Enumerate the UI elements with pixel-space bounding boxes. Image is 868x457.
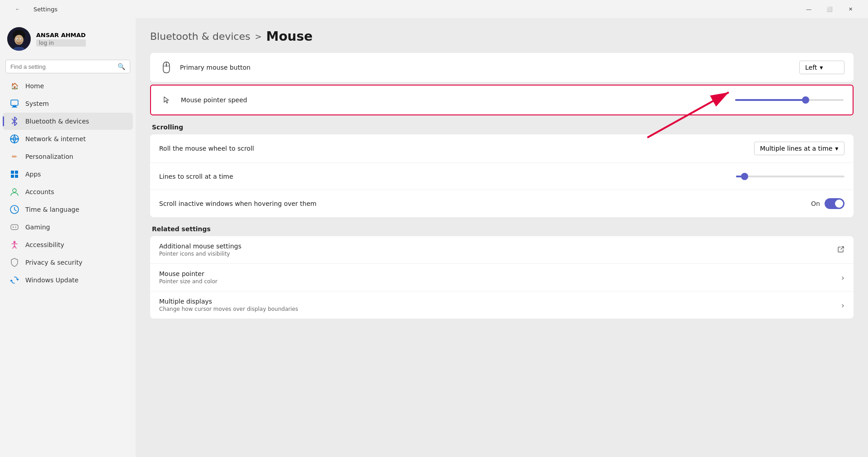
- sidebar-item-home[interactable]: 🏠 Home: [3, 77, 133, 95]
- sidebar: ANSAR AHMAD log in 🔍 🏠 Home: [0, 18, 136, 457]
- sidebar-item-label: Time & language: [25, 206, 79, 213]
- inactive-scroll-control: On: [811, 198, 844, 209]
- svg-rect-9: [12, 107, 17, 108]
- svg-point-5: [17, 39, 18, 40]
- sidebar-item-bluetooth[interactable]: Bluetooth & devices: [3, 113, 133, 130]
- user-info: ANSAR AHMAD log in: [36, 32, 86, 47]
- scroll-wheel-chevron: ▾: [835, 145, 838, 152]
- sidebar-item-apps[interactable]: Apps: [3, 166, 133, 183]
- mouse-icon: [159, 60, 174, 75]
- related-settings-card: Additional mouse settings Pointer icons …: [150, 236, 854, 319]
- pointer-speed-control: [735, 99, 844, 101]
- inactive-scroll-toggle[interactable]: [825, 198, 844, 209]
- user-name: ANSAR AHMAD: [36, 32, 86, 38]
- pointer-speed-track[interactable]: [735, 99, 844, 101]
- related-title-pointer: Mouse pointer: [159, 270, 841, 277]
- svg-point-15: [13, 189, 16, 192]
- external-link-icon: [837, 246, 844, 254]
- sidebar-item-label: Gaming: [25, 224, 50, 231]
- lines-scroll-control: [736, 176, 844, 177]
- lines-scroll-track[interactable]: [736, 176, 844, 177]
- svg-rect-8: [13, 106, 16, 107]
- lines-scroll-label: Lines to scroll at a time: [159, 173, 736, 180]
- scroll-wheel-value: Multiple lines at a time: [760, 145, 832, 152]
- sidebar-item-label: Bluetooth & devices: [25, 118, 89, 125]
- related-text: Mouse pointer Pointer size and color: [159, 270, 841, 285]
- back-button[interactable]: ←: [7, 2, 28, 16]
- breadcrumb-current: Mouse: [266, 29, 313, 44]
- breadcrumb: Bluetooth & devices > Mouse: [150, 29, 854, 44]
- pointer-speed-label: Mouse pointer speed: [181, 96, 735, 104]
- svg-point-17: [15, 226, 16, 227]
- sidebar-item-personalization[interactable]: ✏️ Personalization: [3, 148, 133, 165]
- related-title-additional: Additional mouse settings: [159, 243, 837, 250]
- scroll-wheel-dropdown[interactable]: Multiple lines at a time ▾: [754, 142, 844, 155]
- search-input[interactable]: [10, 63, 114, 70]
- primary-mouse-label: Primary mouse button: [180, 64, 799, 71]
- scroll-wheel-label: Roll the mouse wheel to scroll: [159, 145, 754, 152]
- network-icon: [10, 134, 19, 143]
- privacy-icon: [10, 258, 19, 267]
- sidebar-item-label: Windows Update: [25, 276, 79, 284]
- maximize-button[interactable]: ⬜: [819, 2, 840, 16]
- titlebar: ← Settings — ⬜ ✕: [0, 0, 868, 18]
- svg-rect-14: [15, 175, 18, 178]
- related-row-displays[interactable]: Multiple displays Change how cursor move…: [150, 291, 854, 319]
- primary-mouse-row: Primary mouse button Left ▾: [150, 53, 854, 82]
- content-wrapper: Bluetooth & devices > Mouse Primary mous…: [150, 29, 854, 319]
- chevron-right-icon-2: ›: [841, 300, 844, 310]
- svg-point-10: [10, 135, 19, 143]
- minimize-button[interactable]: —: [798, 2, 819, 16]
- sidebar-item-label: Home: [25, 82, 44, 90]
- primary-mouse-value: Left: [805, 64, 817, 71]
- related-sub-displays: Change how cursor moves over display bou…: [159, 306, 841, 312]
- close-button[interactable]: ✕: [840, 2, 861, 16]
- sidebar-item-update[interactable]: Windows Update: [3, 271, 133, 289]
- update-icon: [10, 276, 19, 285]
- sidebar-item-time[interactable]: Time & language: [3, 201, 133, 218]
- sidebar-item-label: Privacy & security: [25, 259, 82, 266]
- scroll-wheel-control: Multiple lines at a time ▾: [754, 142, 844, 155]
- scrolling-card: Roll the mouse wheel to scroll Multiple …: [150, 134, 854, 217]
- bluetooth-icon: [10, 117, 19, 126]
- pointer-speed-thumb[interactable]: [802, 96, 809, 104]
- pointer-speed-card: Mouse pointer speed: [150, 85, 854, 115]
- sidebar-item-label: System: [25, 100, 49, 107]
- primary-mouse-control: Left ▾: [799, 61, 844, 74]
- related-sub-additional: Pointer icons and visibility: [159, 251, 837, 257]
- scrolling-header: Scrolling: [150, 118, 854, 134]
- related-text: Additional mouse settings Pointer icons …: [159, 243, 837, 257]
- sidebar-item-accounts[interactable]: Accounts: [3, 183, 133, 200]
- svg-rect-13: [11, 175, 14, 178]
- breadcrumb-sep: >: [255, 32, 262, 41]
- gaming-icon: [10, 223, 19, 232]
- sidebar-item-system[interactable]: System: [3, 95, 133, 112]
- search-box[interactable]: 🔍: [5, 60, 130, 73]
- apps-icon: [10, 170, 19, 179]
- related-row-pointer[interactable]: Mouse pointer Pointer size and color ›: [150, 264, 854, 291]
- primary-mouse-dropdown[interactable]: Left ▾: [799, 61, 844, 74]
- related-row-additional[interactable]: Additional mouse settings Pointer icons …: [150, 236, 854, 264]
- toggle-thumb: [835, 200, 843, 208]
- lines-scroll-row: Lines to scroll at a time: [150, 163, 854, 190]
- inactive-scroll-row: Scroll inactive windows when hovering ov…: [150, 190, 854, 217]
- home-icon: 🏠: [10, 81, 19, 90]
- sidebar-item-privacy[interactable]: Privacy & security: [3, 254, 133, 271]
- lines-scroll-thumb[interactable]: [741, 173, 748, 180]
- time-icon: [10, 205, 19, 214]
- titlebar-title: Settings: [33, 6, 57, 13]
- sidebar-item-label: Accounts: [25, 188, 54, 195]
- related-sub-pointer: Pointer size and color: [159, 278, 841, 285]
- sidebar-item-label: Network & internet: [25, 135, 86, 143]
- system-icon: [10, 99, 19, 108]
- related-settings-header: Related settings: [150, 220, 854, 236]
- breadcrumb-parent[interactable]: Bluetooth & devices: [150, 31, 250, 42]
- pointer-speed-row: Mouse pointer speed: [151, 86, 853, 114]
- inactive-scroll-state: On: [811, 200, 820, 207]
- sidebar-item-network[interactable]: Network & internet: [3, 130, 133, 148]
- svg-rect-12: [15, 171, 18, 174]
- sidebar-item-gaming[interactable]: Gaming: [3, 219, 133, 236]
- sidebar-item-accessibility[interactable]: Accessibility: [3, 236, 133, 253]
- titlebar-controls: — ⬜ ✕: [798, 2, 861, 16]
- svg-rect-11: [11, 171, 14, 174]
